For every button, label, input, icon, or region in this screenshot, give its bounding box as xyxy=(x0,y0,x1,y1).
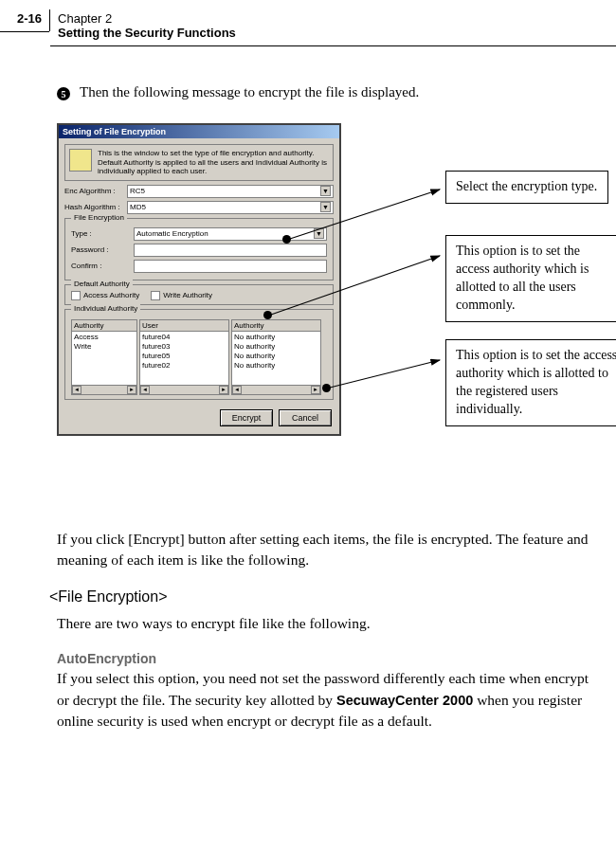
section-intro: There are two ways to encrypt file like … xyxy=(57,613,599,634)
authority-col[interactable]: Authority Access Write ◄► xyxy=(71,319,137,395)
type-label: Type : xyxy=(71,229,130,238)
hash-alg-label: Hash Algorithm : xyxy=(64,203,123,211)
section-heading: <File Encryption> xyxy=(49,588,599,606)
callout-encryption-type: Select the encryption type. xyxy=(445,171,608,204)
step-line: 5 Then the following message to encrypt … xyxy=(57,84,599,100)
after-figure-text: If you click [Encrypt] button after sett… xyxy=(57,529,599,571)
scrollbar[interactable]: ◄► xyxy=(232,385,320,394)
type-combo[interactable]: Automatic Encryption ▼ xyxy=(134,227,327,241)
auto-encryption-heading: AutoEncryption xyxy=(57,651,599,666)
cancel-button[interactable]: Cancel xyxy=(279,409,332,426)
confirm-input[interactable] xyxy=(134,260,327,273)
chevron-down-icon[interactable]: ▼ xyxy=(320,202,331,212)
chevron-down-icon[interactable]: ▼ xyxy=(320,186,331,196)
brand-name: SecuwayCenter 2000 xyxy=(336,693,473,708)
scrollbar[interactable]: ◄► xyxy=(72,385,136,394)
hash-alg-combo[interactable]: MD5 ▼ xyxy=(127,201,334,214)
chevron-down-icon[interactable]: ▼ xyxy=(314,228,324,239)
marker-dot-icon xyxy=(322,384,331,392)
dialog-titlebar: Setting of File Encryption xyxy=(59,125,339,138)
callout-default-authority: This option is to set the access authori… xyxy=(445,235,616,322)
password-label: Password : xyxy=(71,245,130,254)
svg-line-2 xyxy=(330,360,440,388)
page-header: 2-16 Chapter 2 Setting the Security Func… xyxy=(0,0,616,46)
step-text: Then the following message to encrypt th… xyxy=(80,84,419,100)
scrollbar[interactable]: ◄► xyxy=(140,385,228,394)
user-col[interactable]: User future04 future03 future05 future02… xyxy=(139,319,229,395)
encrypt-button[interactable]: Encrypt xyxy=(220,409,273,426)
dialog-info: This is the window to set the type of fi… xyxy=(64,144,334,181)
write-authority-checkbox[interactable]: Write Authority xyxy=(151,291,212,300)
default-authority-group: Default Authority Access Authority Write… xyxy=(64,284,334,305)
step-number-icon: 5 xyxy=(57,87,70,100)
individual-authority-group: Individual Authority Authority Access Wr… xyxy=(64,309,334,400)
info-icon xyxy=(69,149,92,172)
confirm-label: Confirm : xyxy=(71,262,130,270)
authority-value-col[interactable]: Authority No authority No authority No a… xyxy=(231,319,321,395)
dialog-window: Setting of File Encryption This is the w… xyxy=(57,123,341,436)
access-authority-checkbox[interactable]: Access Authority xyxy=(71,291,139,300)
page-number: 2-16 xyxy=(0,9,50,31)
marker-dot-icon xyxy=(263,311,272,319)
enc-alg-label: Enc Algorithm : xyxy=(64,187,123,195)
dialog-info-text: This is the window to set the type of fi… xyxy=(98,149,329,176)
callout-individual-authority: This option is to set the access authori… xyxy=(445,339,616,426)
figure-area: Setting of File Encryption This is the w… xyxy=(57,123,599,502)
file-encryption-group: File Encryption Type : Automatic Encrypt… xyxy=(64,218,334,280)
chapter-label: Chapter 2 xyxy=(58,11,616,26)
enc-alg-combo[interactable]: RC5 ▼ xyxy=(127,185,334,198)
password-input[interactable] xyxy=(134,244,327,257)
marker-dot-icon xyxy=(282,235,291,244)
auto-encryption-body: If you select this option, you need not … xyxy=(57,668,599,732)
chapter-title: Setting the Security Functions xyxy=(58,26,616,40)
